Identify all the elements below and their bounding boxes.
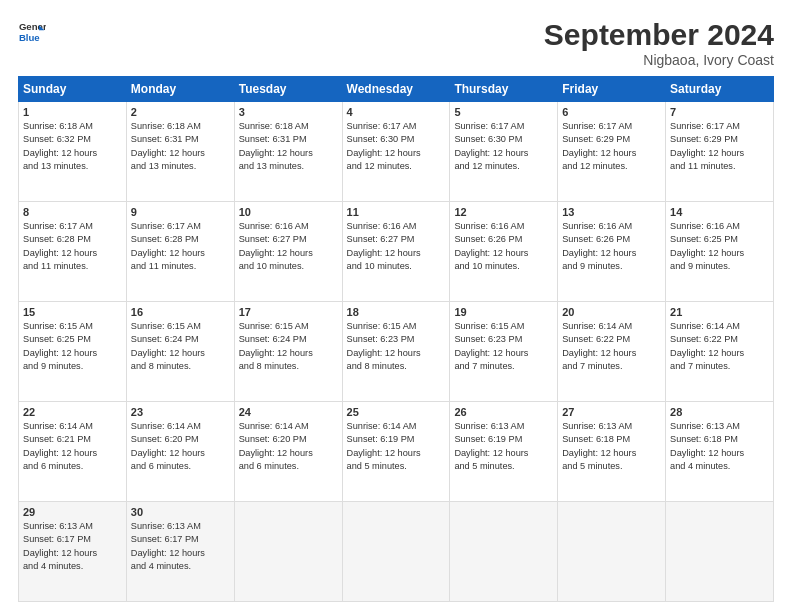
day-cell: 18Sunrise: 6:15 AMSunset: 6:23 PMDayligh… [342,302,450,402]
day-number: 13 [562,206,661,218]
col-saturday: Saturday [666,77,774,102]
week-row-2: 8Sunrise: 6:17 AMSunset: 6:28 PMDaylight… [19,202,774,302]
day-cell: 30Sunrise: 6:13 AMSunset: 6:17 PMDayligh… [126,502,234,602]
day-info: Sunrise: 6:13 AMSunset: 6:18 PMDaylight:… [670,420,769,473]
day-cell: 19Sunrise: 6:15 AMSunset: 6:23 PMDayligh… [450,302,558,402]
day-cell [234,502,342,602]
day-number: 25 [347,406,446,418]
day-cell: 4Sunrise: 6:17 AMSunset: 6:30 PMDaylight… [342,102,450,202]
day-number: 2 [131,106,230,118]
day-info: Sunrise: 6:13 AMSunset: 6:17 PMDaylight:… [131,520,230,573]
day-cell: 23Sunrise: 6:14 AMSunset: 6:20 PMDayligh… [126,402,234,502]
day-info: Sunrise: 6:16 AMSunset: 6:27 PMDaylight:… [239,220,338,273]
day-number: 20 [562,306,661,318]
day-cell: 3Sunrise: 6:18 AMSunset: 6:31 PMDaylight… [234,102,342,202]
col-friday: Friday [558,77,666,102]
day-number: 26 [454,406,553,418]
day-cell: 26Sunrise: 6:13 AMSunset: 6:19 PMDayligh… [450,402,558,502]
day-cell [558,502,666,602]
day-info: Sunrise: 6:15 AMSunset: 6:23 PMDaylight:… [454,320,553,373]
day-number: 27 [562,406,661,418]
day-info: Sunrise: 6:14 AMSunset: 6:20 PMDaylight:… [131,420,230,473]
day-info: Sunrise: 6:17 AMSunset: 6:29 PMDaylight:… [670,120,769,173]
day-cell: 1Sunrise: 6:18 AMSunset: 6:32 PMDaylight… [19,102,127,202]
day-cell: 21Sunrise: 6:14 AMSunset: 6:22 PMDayligh… [666,302,774,402]
day-info: Sunrise: 6:15 AMSunset: 6:25 PMDaylight:… [23,320,122,373]
logo-icon: General Blue [18,18,46,46]
svg-text:Blue: Blue [19,32,40,43]
day-info: Sunrise: 6:17 AMSunset: 6:30 PMDaylight:… [347,120,446,173]
day-number: 21 [670,306,769,318]
day-number: 17 [239,306,338,318]
day-info: Sunrise: 6:17 AMSunset: 6:28 PMDaylight:… [131,220,230,273]
day-number: 22 [23,406,122,418]
day-number: 18 [347,306,446,318]
day-info: Sunrise: 6:13 AMSunset: 6:17 PMDaylight:… [23,520,122,573]
day-info: Sunrise: 6:14 AMSunset: 6:22 PMDaylight:… [562,320,661,373]
day-number: 6 [562,106,661,118]
day-cell: 8Sunrise: 6:17 AMSunset: 6:28 PMDaylight… [19,202,127,302]
day-number: 30 [131,506,230,518]
day-cell: 16Sunrise: 6:15 AMSunset: 6:24 PMDayligh… [126,302,234,402]
week-row-5: 29Sunrise: 6:13 AMSunset: 6:17 PMDayligh… [19,502,774,602]
day-cell: 11Sunrise: 6:16 AMSunset: 6:27 PMDayligh… [342,202,450,302]
day-number: 1 [23,106,122,118]
day-number: 4 [347,106,446,118]
day-cell: 22Sunrise: 6:14 AMSunset: 6:21 PMDayligh… [19,402,127,502]
day-cell: 24Sunrise: 6:14 AMSunset: 6:20 PMDayligh… [234,402,342,502]
day-cell: 28Sunrise: 6:13 AMSunset: 6:18 PMDayligh… [666,402,774,502]
week-row-4: 22Sunrise: 6:14 AMSunset: 6:21 PMDayligh… [19,402,774,502]
day-cell [342,502,450,602]
day-number: 28 [670,406,769,418]
page: General Blue September 2024 Nigbaoa, Ivo… [0,0,792,612]
day-info: Sunrise: 6:18 AMSunset: 6:31 PMDaylight:… [239,120,338,173]
day-info: Sunrise: 6:15 AMSunset: 6:24 PMDaylight:… [131,320,230,373]
day-number: 7 [670,106,769,118]
month-title: September 2024 [544,18,774,52]
day-info: Sunrise: 6:16 AMSunset: 6:25 PMDaylight:… [670,220,769,273]
day-info: Sunrise: 6:18 AMSunset: 6:32 PMDaylight:… [23,120,122,173]
day-cell: 10Sunrise: 6:16 AMSunset: 6:27 PMDayligh… [234,202,342,302]
day-number: 10 [239,206,338,218]
day-number: 24 [239,406,338,418]
day-info: Sunrise: 6:18 AMSunset: 6:31 PMDaylight:… [131,120,230,173]
week-row-3: 15Sunrise: 6:15 AMSunset: 6:25 PMDayligh… [19,302,774,402]
header-row: Sunday Monday Tuesday Wednesday Thursday… [19,77,774,102]
day-number: 19 [454,306,553,318]
day-cell: 13Sunrise: 6:16 AMSunset: 6:26 PMDayligh… [558,202,666,302]
day-info: Sunrise: 6:16 AMSunset: 6:26 PMDaylight:… [562,220,661,273]
col-monday: Monday [126,77,234,102]
day-number: 29 [23,506,122,518]
day-info: Sunrise: 6:16 AMSunset: 6:26 PMDaylight:… [454,220,553,273]
col-tuesday: Tuesday [234,77,342,102]
day-cell: 15Sunrise: 6:15 AMSunset: 6:25 PMDayligh… [19,302,127,402]
day-number: 3 [239,106,338,118]
day-info: Sunrise: 6:13 AMSunset: 6:18 PMDaylight:… [562,420,661,473]
col-wednesday: Wednesday [342,77,450,102]
day-cell: 7Sunrise: 6:17 AMSunset: 6:29 PMDaylight… [666,102,774,202]
logo: General Blue [18,18,46,46]
day-number: 5 [454,106,553,118]
week-row-1: 1Sunrise: 6:18 AMSunset: 6:32 PMDaylight… [19,102,774,202]
day-cell: 29Sunrise: 6:13 AMSunset: 6:17 PMDayligh… [19,502,127,602]
col-sunday: Sunday [19,77,127,102]
day-cell: 5Sunrise: 6:17 AMSunset: 6:30 PMDaylight… [450,102,558,202]
calendar-table: Sunday Monday Tuesday Wednesday Thursday… [18,76,774,602]
title-block: September 2024 Nigbaoa, Ivory Coast [544,18,774,68]
day-cell: 2Sunrise: 6:18 AMSunset: 6:31 PMDaylight… [126,102,234,202]
day-info: Sunrise: 6:17 AMSunset: 6:28 PMDaylight:… [23,220,122,273]
day-info: Sunrise: 6:14 AMSunset: 6:20 PMDaylight:… [239,420,338,473]
day-info: Sunrise: 6:17 AMSunset: 6:29 PMDaylight:… [562,120,661,173]
day-number: 23 [131,406,230,418]
day-info: Sunrise: 6:17 AMSunset: 6:30 PMDaylight:… [454,120,553,173]
day-number: 15 [23,306,122,318]
location: Nigbaoa, Ivory Coast [544,52,774,68]
day-info: Sunrise: 6:13 AMSunset: 6:19 PMDaylight:… [454,420,553,473]
day-cell [666,502,774,602]
day-cell: 9Sunrise: 6:17 AMSunset: 6:28 PMDaylight… [126,202,234,302]
svg-text:General: General [19,21,46,32]
day-number: 12 [454,206,553,218]
day-info: Sunrise: 6:15 AMSunset: 6:24 PMDaylight:… [239,320,338,373]
day-info: Sunrise: 6:14 AMSunset: 6:19 PMDaylight:… [347,420,446,473]
day-cell: 27Sunrise: 6:13 AMSunset: 6:18 PMDayligh… [558,402,666,502]
